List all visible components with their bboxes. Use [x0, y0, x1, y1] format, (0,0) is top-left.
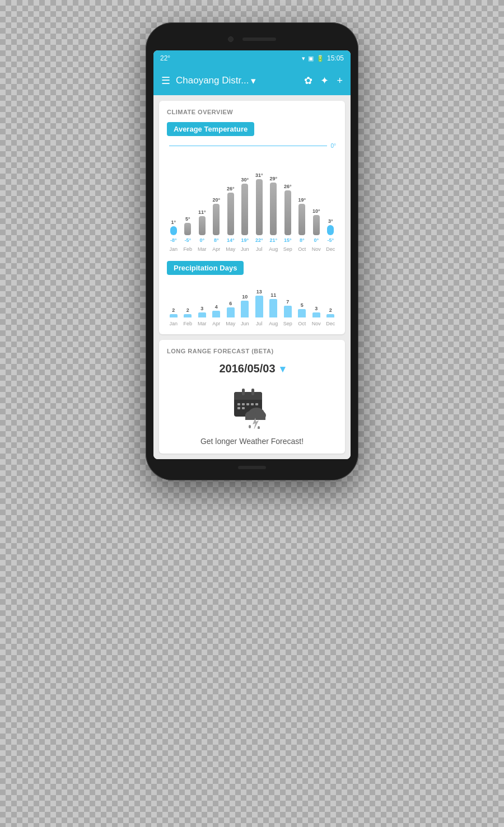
temp-low-jan: -8°	[170, 237, 177, 243]
temp-low-aug: 21°	[269, 237, 277, 243]
precip-badge[interactable]: Precipitation Days	[167, 261, 244, 275]
precip-bar-dec	[326, 314, 334, 317]
svg-rect-5	[237, 403, 240, 405]
avg-temp-badge[interactable]: Average Temperature	[167, 122, 254, 136]
temp-low-apr: 8°	[214, 237, 219, 243]
precip-month-sep: Sep	[283, 321, 292, 326]
app-bar: ☰ Chaoyang Distr... ▾ ✿ ✦ +	[153, 66, 351, 95]
temp-high-mar: 11°	[198, 209, 206, 215]
zero-line: 0°	[167, 143, 337, 149]
svg-rect-3	[242, 389, 245, 395]
forecast-date-text: 2016/05/03	[219, 362, 275, 375]
temp-col-jul: 31°22°Jul	[253, 172, 266, 252]
sparkle-icon[interactable]: ✦	[320, 74, 329, 87]
precip-val-jun: 10	[242, 294, 248, 300]
precip-bar-aug	[269, 299, 277, 317]
precip-val-apr: 4	[215, 304, 218, 310]
temp-high-dec: 3°	[328, 218, 333, 224]
svg-point-17	[249, 425, 251, 428]
precip-month-jan: Jan	[169, 321, 178, 326]
precip-col-may: 6May	[224, 301, 237, 326]
status-temp: 22°	[160, 54, 170, 62]
temp-month-jan: Jan	[169, 246, 178, 252]
temp-high-may: 26°	[227, 186, 235, 191]
temp-bar-apr	[213, 204, 220, 235]
svg-rect-11	[242, 407, 245, 409]
temp-col-aug: 29°21°Aug	[267, 176, 281, 252]
temp-bar-mar	[199, 216, 206, 235]
precip-val-feb: 2	[186, 307, 189, 313]
temp-high-feb: 5°	[185, 216, 190, 222]
temp-col-nov: 10°0°Nov	[310, 208, 323, 252]
temp-col-sep: 26°15°Sep	[281, 184, 295, 252]
temp-col-jan: 1°-8°Jan	[167, 219, 180, 252]
signal-icon: ▣	[308, 55, 314, 62]
temp-low-sep: 15°	[284, 237, 292, 243]
add-icon[interactable]: +	[337, 75, 343, 87]
temp-month-dec: Dec	[326, 246, 335, 252]
forecast-icon-area	[167, 384, 337, 429]
precip-bar-jan	[170, 314, 178, 317]
menu-icon[interactable]: ☰	[161, 74, 170, 87]
temp-bar-sep	[284, 190, 291, 235]
status-right: ▾ ▣ 🔋 15:05	[302, 54, 344, 62]
precip-bar-feb	[184, 314, 192, 317]
climate-card: CLIMATE OVERVIEW Average Temperature 0° …	[159, 101, 345, 334]
temp-low-jul: 22°	[255, 237, 263, 243]
temp-high-aug: 29°	[269, 176, 277, 181]
temp-month-jul: Jul	[256, 246, 263, 252]
temp-col-feb: 5°-5°Feb	[181, 216, 195, 252]
temp-bar-oct	[298, 204, 305, 235]
temp-month-may: May	[226, 246, 235, 252]
svg-rect-2	[234, 396, 262, 400]
temp-col-mar: 11°0°Mar	[195, 209, 209, 252]
temp-month-apr: Apr	[212, 246, 220, 252]
temp-month-jun: Jun	[241, 246, 249, 252]
temp-low-dec: -5°	[327, 237, 334, 243]
temp-col-may: 26°14°May	[224, 186, 237, 252]
precip-bar-jun	[241, 301, 249, 317]
svg-rect-7	[246, 403, 249, 405]
precip-val-mar: 3	[200, 306, 203, 311]
battery-icon: 🔋	[316, 55, 324, 62]
svg-rect-10	[237, 407, 240, 409]
svg-rect-6	[242, 403, 245, 405]
temp-bar-feb	[184, 223, 191, 235]
temp-col-oct: 19°8°Oct	[296, 197, 309, 252]
precip-val-aug: 11	[270, 292, 276, 298]
precip-col-jul: 13Jul	[253, 289, 266, 326]
precip-month-aug: Aug	[269, 321, 278, 326]
home-button[interactable]	[238, 466, 266, 469]
app-title-text: Chaoyang Distr...	[176, 75, 249, 86]
temp-month-aug: Aug	[269, 246, 278, 252]
phone-top	[153, 30, 351, 48]
precip-month-feb: Feb	[183, 321, 192, 326]
phone-screen: 22° ▾ ▣ 🔋 15:05 ☰ Chaoyang Distr... ▾ ✿ …	[153, 50, 351, 459]
flower-icon[interactable]: ✿	[304, 74, 312, 87]
forecast-chevron-icon[interactable]: ▾	[280, 363, 285, 375]
svg-rect-9	[255, 403, 258, 405]
temp-high-sep: 26°	[284, 184, 292, 189]
temp-high-jun: 30°	[241, 177, 249, 183]
temp-month-mar: Mar	[198, 246, 207, 252]
calendar-weather-icon	[230, 384, 274, 429]
precip-bar-may	[227, 307, 235, 317]
temp-high-nov: 10°	[312, 208, 320, 214]
precip-col-jun: 10Jun	[239, 294, 252, 326]
temp-bar-jun	[241, 184, 248, 235]
precip-month-jun: Jun	[241, 321, 249, 326]
dropdown-icon: ▾	[251, 75, 256, 87]
app-bar-title-area[interactable]: Chaoyang Distr... ▾	[176, 75, 298, 87]
precip-month-mar: Mar	[198, 321, 207, 326]
temp-low-jun: 19°	[241, 237, 249, 243]
temp-col-dec: 3°-5°Dec	[324, 218, 338, 252]
temp-high-apr: 20°	[212, 197, 220, 203]
precip-month-apr: Apr	[212, 321, 220, 326]
precip-col-dec: 2Dec	[324, 307, 338, 326]
forecast-date-area[interactable]: 2016/05/03 ▾	[167, 362, 337, 375]
precip-col-feb: 2Feb	[181, 307, 195, 326]
precip-col-nov: 3Nov	[310, 306, 323, 326]
temp-col-apr: 20°8°Apr	[210, 197, 223, 252]
app-bar-actions: ✿ ✦ +	[304, 74, 343, 87]
precip-col-mar: 3Mar	[195, 306, 209, 326]
